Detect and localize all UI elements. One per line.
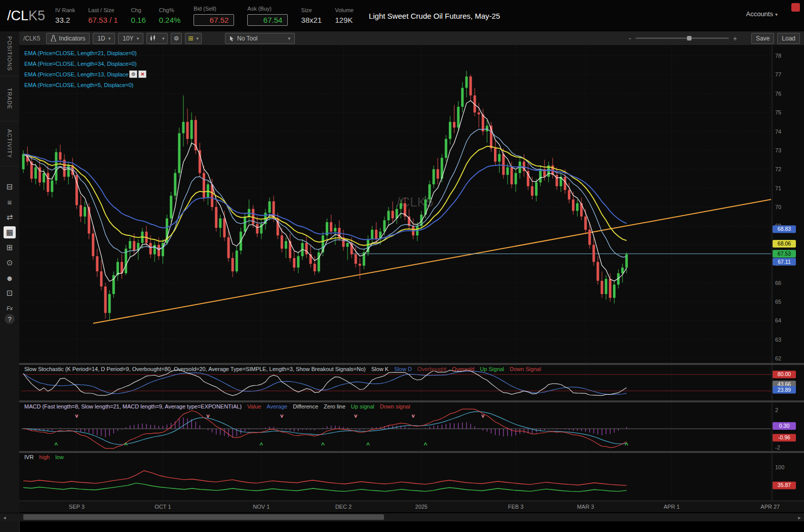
scroll-left-icon[interactable]: ◂ xyxy=(1,514,8,521)
timeframe-dropdown[interactable]: 1D▾ xyxy=(93,33,115,44)
svg-text:68.83: 68.83 xyxy=(778,226,791,232)
flask-icon xyxy=(51,35,56,42)
chevron-down-icon: ▾ xyxy=(162,36,165,41)
sidebar-tab-positions[interactable]: POSITIONS xyxy=(0,31,19,76)
trade-icon[interactable]: ⇄ xyxy=(4,211,16,223)
scrollbar-thumb[interactable] xyxy=(23,514,384,520)
main-chart-canvas[interactable]: 6263646566676869707172737475767778/CLK56… xyxy=(19,46,804,363)
svg-text:v: v xyxy=(354,413,358,419)
svg-text:v: v xyxy=(75,413,79,419)
range-dropdown[interactable]: 10Y▾ xyxy=(118,33,143,44)
toolbar-symbol-label: /CLK5 xyxy=(23,35,40,42)
save-button[interactable]: Save xyxy=(751,33,774,44)
scroll-right-icon[interactable]: ▸ xyxy=(796,514,803,521)
sidebar-icons: ⊟≡⇄▦⊞⊙☻⊡Fx xyxy=(0,179,19,316)
time-axis-label: APR 27 xyxy=(760,504,780,510)
calculator-icon[interactable]: ⊟ xyxy=(4,181,16,193)
main-chart-panel: 6263646566676869707172737475767778/CLK56… xyxy=(19,46,804,363)
field-chg: Chg0.16 xyxy=(131,7,146,24)
time-axis-label: SEP 3 xyxy=(69,504,85,510)
svg-text:-2: -2 xyxy=(775,444,780,451)
svg-text:v: v xyxy=(280,413,284,419)
svg-text:^: ^ xyxy=(54,441,58,448)
chevron-down-icon: ▾ xyxy=(108,36,111,41)
field-chg-pct: Chg%0.24% xyxy=(159,7,181,24)
study-ema-21[interactable]: EMA (Price=CLOSE, Length=21, Displace=0) xyxy=(24,48,146,58)
trading-app: /CLK5 IV Rank33.2 Last / Size67.53 / 1 C… xyxy=(0,0,804,532)
svg-text:^: ^ xyxy=(321,441,325,448)
field-iv-rank: IV Rank33.2 xyxy=(55,7,75,24)
instrument-title: Light Sweet Crude Oil Futures, May-25 xyxy=(369,12,500,20)
svg-text:68.06: 68.06 xyxy=(778,240,791,247)
field-last-size: Last / Size67.53 / 1 xyxy=(88,7,118,24)
svg-text:75: 75 xyxy=(775,109,781,115)
svg-text:62: 62 xyxy=(775,355,781,361)
drawing-tool-dropdown[interactable]: No Tool▾ xyxy=(225,33,295,44)
chevron-down-icon: ▾ xyxy=(288,36,291,41)
macd-label[interactable]: MACD (Fast length=8, Slow length=21, MAC… xyxy=(24,403,416,410)
zoom-out-button[interactable]: - xyxy=(625,34,635,43)
macd-canvas[interactable]: ^v^v^v^v^v^v^2-20.30-0.96 xyxy=(19,402,804,451)
load-button[interactable]: Load xyxy=(777,33,800,44)
time-axis-label: 2025 xyxy=(415,504,428,510)
chevron-down-icon: ▾ xyxy=(775,12,778,17)
ivr-canvas[interactable]: 10035.87 xyxy=(19,453,804,501)
zoom-control: - + xyxy=(625,34,741,43)
chevron-down-icon: ▾ xyxy=(197,36,199,41)
svg-text:v: v xyxy=(206,413,210,419)
study-close-icon[interactable]: ✕ xyxy=(138,70,146,78)
list-icon[interactable]: ≡ xyxy=(4,196,16,208)
chart-icon[interactable]: ▦ xyxy=(4,226,16,238)
sidebar-tab-trade[interactable]: TRADE xyxy=(0,76,19,121)
sidebar-tab-activity[interactable]: ACTIVITY xyxy=(0,121,19,167)
svg-text:0.30: 0.30 xyxy=(779,423,790,429)
ivr-label[interactable]: IVRhighlow xyxy=(24,454,69,460)
people-icon[interactable]: ☻ xyxy=(4,272,16,284)
svg-text:-0.96: -0.96 xyxy=(778,434,790,440)
accounts-dropdown[interactable]: Accounts▾ xyxy=(746,10,778,18)
svg-text:67.11: 67.11 xyxy=(778,259,791,265)
indicators-button[interactable]: Indicators xyxy=(46,33,90,44)
grid-layout-dropdown[interactable]: ⊞▾ xyxy=(185,33,202,44)
chart-type-dropdown[interactable]: ▾ xyxy=(146,33,168,44)
svg-text:64: 64 xyxy=(775,317,781,323)
ask-button[interactable]: Ask (Buy)67.54 xyxy=(247,6,288,26)
study-labels: EMA (Price=CLOSE, Length=21, Displace=0)… xyxy=(24,48,146,90)
clock-icon[interactable]: ⊙ xyxy=(4,257,16,269)
pointer-icon xyxy=(229,35,235,42)
chart-settings-button[interactable]: ⚙ xyxy=(171,33,182,44)
archive-icon[interactable]: ⊡ xyxy=(4,287,16,299)
status-icon[interactable] xyxy=(791,3,800,12)
svg-text:23.89: 23.89 xyxy=(778,387,791,393)
study-settings-icon[interactable]: ⚙ xyxy=(129,70,137,78)
svg-text:63: 63 xyxy=(775,337,781,343)
svg-text:^: ^ xyxy=(259,441,263,448)
svg-text:^: ^ xyxy=(625,441,628,448)
help-icon[interactable]: ? xyxy=(5,314,15,324)
svg-text:66: 66 xyxy=(775,280,781,286)
candlestick-icon xyxy=(149,35,157,42)
svg-text:^: ^ xyxy=(366,441,370,448)
study-ema-5[interactable]: EMA (Price=CLOSE, Length=5, Displace=0) xyxy=(24,79,146,90)
header: /CLK5 IV Rank33.2 Last / Size67.53 / 1 C… xyxy=(0,0,804,32)
zoom-in-button[interactable]: + xyxy=(729,34,741,43)
horizontal-scrollbar[interactable]: ◂ ▸ xyxy=(0,513,804,521)
study-ema-34[interactable]: EMA (Price=CLOSE, Length=34, Displace=0) xyxy=(24,58,146,69)
svg-text:78: 78 xyxy=(775,53,781,59)
sidebar: POSITIONS TRADE ACTIVITY ⊟≡⇄▦⊞⊙☻⊡Fx ? xyxy=(0,31,20,532)
gear-icon: ⚙ xyxy=(174,35,179,42)
svg-text:2: 2 xyxy=(775,407,778,413)
zoom-slider[interactable] xyxy=(635,37,729,39)
fx-icon[interactable]: Fx xyxy=(4,302,16,314)
grid-icon: ⊞ xyxy=(188,35,193,42)
svg-text:74: 74 xyxy=(775,129,781,135)
study-ema-13[interactable]: EMA (Price=CLOSE, Length=13, Displace ⚙ … xyxy=(24,69,146,79)
svg-text:v: v xyxy=(481,413,485,419)
bid-button[interactable]: Bid (Sell)67.52 xyxy=(194,6,234,26)
field-size: Size38x21 xyxy=(301,7,322,24)
chevron-down-icon: ▾ xyxy=(137,36,139,41)
apps-icon[interactable]: ⊞ xyxy=(4,241,16,254)
svg-text:77: 77 xyxy=(775,71,781,77)
stochastic-label[interactable]: Slow Stochastic (K Period=14, D Period=9… xyxy=(24,366,547,372)
zoom-slider-handle[interactable] xyxy=(687,36,692,40)
